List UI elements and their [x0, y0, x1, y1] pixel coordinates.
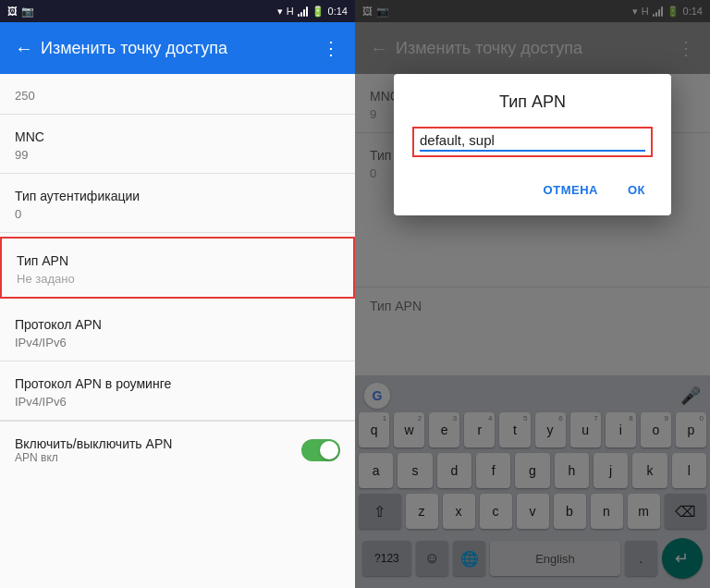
- toggle-switch[interactable]: [301, 439, 340, 461]
- list-item-mnc[interactable]: MNC 99: [0, 115, 355, 174]
- wifi-icon: ▾: [277, 6, 283, 18]
- apn-type-dialog: Тип APN ОТМЕНА ОК: [394, 74, 671, 215]
- apn-type-value: Не задано: [17, 272, 338, 286]
- list-item-top: 250: [0, 74, 355, 115]
- roaming-value: IPv4/IPv6: [15, 395, 340, 409]
- gallery-icon: 🖼: [7, 6, 18, 17]
- protocol-value: IPv4/IPv6: [15, 336, 340, 349]
- protocol-label: Протокол APN: [15, 317, 340, 332]
- auth-value: 0: [15, 207, 340, 221]
- left-toolbar: ← Изменить точку доступа ⋮: [0, 22, 355, 74]
- left-status-bar: 🖼 📷 ▾ H 🔋 0:14: [0, 0, 355, 22]
- dialog-overlay: Тип APN ОТМЕНА ОК: [355, 0, 710, 588]
- roaming-label: Протокол APN в роуминге: [15, 376, 340, 391]
- dialog-actions: ОТМЕНА ОК: [412, 172, 653, 208]
- dialog-title: Тип APN: [412, 92, 653, 112]
- apn-type-input[interactable]: [420, 132, 645, 152]
- toggle-sub: АPN вкл: [15, 451, 172, 464]
- back-button[interactable]: ←: [15, 38, 33, 59]
- signal-icon: H: [287, 6, 294, 17]
- mnc-value: 99: [15, 148, 340, 162]
- left-panel: 🖼 📷 ▾ H 🔋 0:14 ← Изменить точку доступа …: [0, 0, 355, 588]
- dialog-cancel-button[interactable]: ОТМЕНА: [536, 179, 606, 201]
- list-item-auth[interactable]: Тип аутентификации 0: [0, 174, 355, 233]
- list-item-protocol[interactable]: Протокол APN IPv4/IPv6: [0, 302, 355, 361]
- dialog-ok-button[interactable]: ОК: [620, 179, 653, 201]
- dialog-input-wrapper: [412, 127, 653, 157]
- signal-bars: [298, 6, 308, 17]
- auth-label: Тип аутентификации: [15, 189, 340, 203]
- top-value: 250: [15, 89, 340, 103]
- toggle-title: Включить/выключить APN: [15, 436, 172, 451]
- right-panel: 🖼 📷 ▾ H 🔋 0:14 ← Изменить точку доступа …: [355, 0, 710, 588]
- image-icon: 📷: [21, 6, 34, 18]
- toggle-knob: [320, 441, 338, 459]
- left-status-icons: 🖼 📷: [7, 6, 34, 18]
- left-status-time: 0:14: [328, 6, 348, 17]
- list-item-apn-type[interactable]: Тип APN Не задано: [0, 237, 355, 299]
- mnc-label: MNC: [15, 129, 340, 144]
- left-toolbar-title: Изменить точку доступа: [41, 39, 314, 58]
- left-content: 250 MNC 99 Тип аутентификации 0 Тип APN …: [0, 74, 355, 588]
- apn-type-label: Тип APN: [17, 253, 338, 268]
- battery-icon: 🔋: [312, 6, 324, 18]
- list-item-roaming[interactable]: Протокол APN в роуминге IPv4/IPv6: [0, 361, 355, 421]
- toggle-label-area: Включить/выключить APN АPN вкл: [15, 436, 172, 464]
- toggle-row[interactable]: Включить/выключить APN АPN вкл: [0, 421, 355, 479]
- more-options-button[interactable]: ⋮: [322, 37, 340, 59]
